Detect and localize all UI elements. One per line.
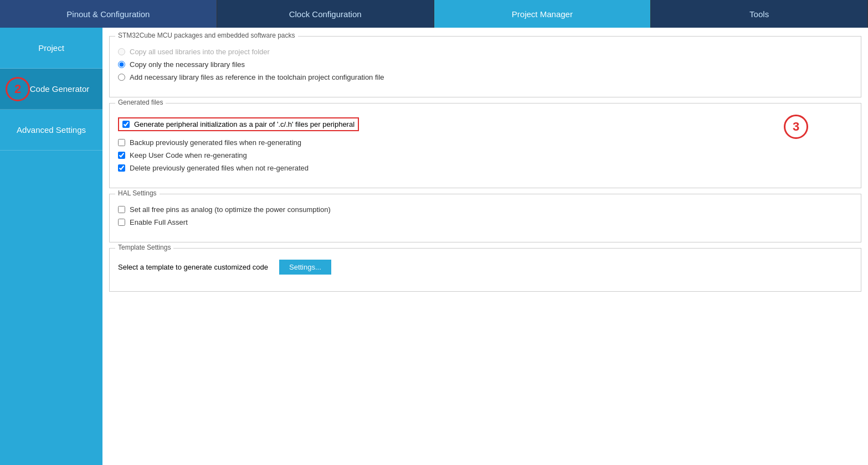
option-delete-files[interactable]: Delete previously generated files when n… xyxy=(118,164,852,172)
option-backup-files-label: Backup previously generated files when r… xyxy=(130,138,301,147)
radio-add-reference[interactable] xyxy=(118,74,125,81)
top-nav: Pinout & Configuration Clock Configurati… xyxy=(0,0,868,28)
template-row: Select a template to generate customized… xyxy=(118,260,852,275)
template-description: Select a template to generate customized… xyxy=(118,263,268,271)
option-add-reference[interactable]: Add necessary library files as reference… xyxy=(118,73,852,81)
option-keep-user-code[interactable]: Keep User Code when re-generating xyxy=(118,151,852,159)
highlighted-label[interactable]: Generate peripheral initialization as a … xyxy=(118,117,359,131)
option-copy-all-label: Copy all used libraries into the project… xyxy=(130,48,270,56)
option-add-reference-label: Add necessary library files as reference… xyxy=(130,73,384,81)
checkbox-keep-user-code[interactable] xyxy=(118,152,125,159)
template-settings-section: Template Settings Select a template to g… xyxy=(109,248,861,292)
stm32cube-title: STM32Cube MCU packages and embedded soft… xyxy=(115,32,298,39)
sidebar: Project 2 Code Generator Advanced Settin… xyxy=(0,28,102,465)
option-set-free-pins-label: Set all free pins as analog (to optimize… xyxy=(130,205,331,214)
sidebar-item-code-generator[interactable]: 2 Code Generator xyxy=(0,69,102,110)
option-enable-assert[interactable]: Enable Full Assert xyxy=(118,218,852,226)
sidebar-item-advanced-settings[interactable]: Advanced Settings xyxy=(0,110,102,151)
tab-clock[interactable]: Clock Configuration xyxy=(217,0,434,28)
checkbox-backup-files[interactable] xyxy=(118,139,125,146)
sidebar-code-generator-label: Code Generator xyxy=(30,84,90,94)
radio-copy-necessary[interactable] xyxy=(118,61,125,68)
option-gen-peripheral-row: Generate peripheral initialization as a … xyxy=(118,115,852,134)
generated-files-title: Generated files xyxy=(115,99,166,106)
sidebar-item-project[interactable]: Project xyxy=(0,28,102,69)
tab-project-manager[interactable]: Project Manager xyxy=(434,0,651,28)
option-copy-necessary[interactable]: Copy only the necessary library files xyxy=(118,60,852,69)
radio-copy-all[interactable] xyxy=(118,48,125,55)
template-settings-title: Template Settings xyxy=(115,244,173,251)
option-keep-user-code-label: Keep User Code when re-generating xyxy=(130,151,247,159)
tab-tools[interactable]: Tools xyxy=(651,0,868,28)
checkbox-delete-files[interactable] xyxy=(118,164,125,172)
option-set-free-pins[interactable]: Set all free pins as analog (to optimize… xyxy=(118,205,852,214)
hal-settings-title: HAL Settings xyxy=(115,189,160,197)
hal-settings-section: HAL Settings Set all free pins as analog… xyxy=(109,194,861,242)
option-backup-files[interactable]: Backup previously generated files when r… xyxy=(118,138,852,147)
option-gen-peripheral-label: Generate peripheral initialization as a … xyxy=(134,120,355,128)
option-copy-all[interactable]: Copy all used libraries into the project… xyxy=(118,48,852,56)
settings-button[interactable]: Settings... xyxy=(279,260,331,275)
generated-files-section: Generated files 3 Generate peripheral in… xyxy=(109,103,861,188)
checkbox-enable-assert[interactable] xyxy=(118,219,125,226)
content-area: STM32Cube MCU packages and embedded soft… xyxy=(102,28,868,465)
option-delete-files-label: Delete previously generated files when n… xyxy=(130,164,309,172)
main-layout: Project 2 Code Generator Advanced Settin… xyxy=(0,28,868,465)
annotation-2: 2 xyxy=(6,77,30,101)
option-copy-necessary-label: Copy only the necessary library files xyxy=(130,60,245,69)
checkbox-set-free-pins[interactable] xyxy=(118,206,125,213)
tab-pinout[interactable]: Pinout & Configuration xyxy=(0,0,217,28)
option-enable-assert-label: Enable Full Assert xyxy=(130,218,188,226)
stm32cube-section: STM32Cube MCU packages and embedded soft… xyxy=(109,36,861,97)
checkbox-gen-peripheral[interactable] xyxy=(122,121,130,128)
